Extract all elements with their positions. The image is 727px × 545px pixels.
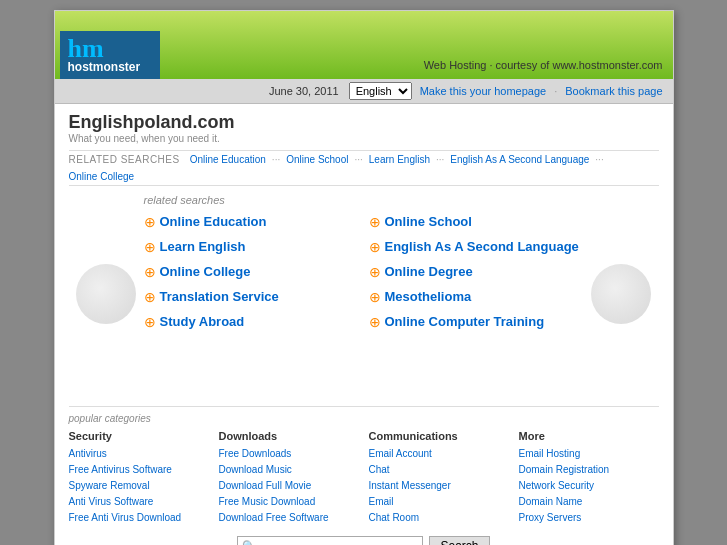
result-link-study-abroad[interactable]: Study Abroad [160,314,245,331]
make-homepage-link[interactable]: Make this your homepage [420,85,547,97]
logo-icon: hm [68,37,152,60]
result-item-english-second: ⊕ English As A Second Language [369,239,584,256]
result-link-online-computer[interactable]: Online Computer Training [385,314,545,331]
result-icon: ⊕ [144,314,156,331]
result-item-translation: ⊕ Translation Service [144,289,359,306]
result-item-online-education: ⊕ Online Education [144,214,359,231]
language-select[interactable]: English [349,82,412,100]
related-link-4[interactable]: English As A Second Language [450,154,589,165]
category-downloads-title: Downloads [219,430,359,442]
result-item-online-computer: ⊕ Online Computer Training [369,314,584,331]
related-label: RELATED SEARCHES [69,154,180,165]
popular-heading: popular categories [69,413,659,424]
category-downloads: Downloads Free Downloads Download Music … [219,430,359,526]
bookmark-link[interactable]: Bookmark this page [565,85,662,97]
cat-link-free-antivirus[interactable]: Free Antivirus Software [69,462,209,478]
category-comms-title: Communications [369,430,509,442]
cat-link-chat[interactable]: Chat [369,462,509,478]
cat-link-dl-music[interactable]: Download Music [219,462,359,478]
cat-link-free-antivirus-dl[interactable]: Free Anti Virus Download [69,510,209,526]
search-button[interactable]: Search [429,536,489,545]
site-subtitle: What you need, when you need it. [69,133,659,144]
category-security: Security Antivirus Free Antivirus Softwa… [69,430,209,526]
result-icon: ⊕ [369,289,381,306]
result-icon: ⊕ [144,214,156,231]
cat-link-antivirus-software[interactable]: Anti Virus Software [69,494,209,510]
results-heading: related searches [144,194,584,206]
hosting-text: Web Hosting · courtesy of www.hostmonste… [424,59,663,71]
cat-link-email-account[interactable]: Email Account [369,446,509,462]
cat-link-free-dl[interactable]: Free Downloads [219,446,359,462]
result-link-online-education[interactable]: Online Education [160,214,267,231]
cat-link-instant-messenger[interactable]: Instant Messenger [369,478,509,494]
site-title: Englishpoland.com [69,112,659,133]
deco-right [584,194,659,394]
result-link-translation[interactable]: Translation Service [160,289,279,306]
cat-link-email-hosting[interactable]: Email Hosting [519,446,659,462]
category-communications: Communications Email Account Chat Instan… [369,430,509,526]
result-item-online-school: ⊕ Online School [369,214,584,231]
cat-link-free-music[interactable]: Free Music Download [219,494,359,510]
result-icon: ⊕ [369,264,381,281]
category-more-title: More [519,430,659,442]
cat-link-antivirus[interactable]: Antivirus [69,446,209,462]
cat-link-email[interactable]: Email [369,494,509,510]
cat-link-domain-name[interactable]: Domain Name [519,494,659,510]
result-link-english-second[interactable]: English As A Second Language [385,239,579,256]
related-link-3[interactable]: Learn English [369,154,430,165]
related-searches-bar: RELATED SEARCHES Online Education ··· On… [69,150,659,186]
related-link-1[interactable]: Online Education [190,154,266,165]
popular-section: popular categories Security Antivirus Fr… [69,406,659,526]
result-link-learn-english[interactable]: Learn English [160,239,246,256]
cat-link-domain-reg[interactable]: Domain Registration [519,462,659,478]
cat-link-chat-room[interactable]: Chat Room [369,510,509,526]
categories-grid: Security Antivirus Free Antivirus Softwa… [69,430,659,526]
result-item-learn-english: ⊕ Learn English [144,239,359,256]
search-bar: 🔍 Search [69,536,659,545]
cat-link-dl-movie[interactable]: Download Full Movie [219,478,359,494]
result-link-online-college[interactable]: Online College [160,264,251,281]
related-link-5[interactable]: Online College [69,171,135,182]
search-input-wrap: 🔍 [237,536,423,545]
result-icon: ⊕ [144,289,156,306]
cat-link-spyware[interactable]: Spyware Removal [69,478,209,494]
result-item-study-abroad: ⊕ Study Abroad [144,314,359,331]
cat-link-dl-software[interactable]: Download Free Software [219,510,359,526]
result-icon: ⊕ [369,239,381,256]
separator: · [554,85,557,97]
cat-link-proxy[interactable]: Proxy Servers [519,510,659,526]
result-icon: ⊕ [369,214,381,231]
search-input[interactable] [258,539,418,545]
result-icon: ⊕ [369,314,381,331]
result-link-mesothelioma[interactable]: Mesothelioma [385,289,472,306]
result-item-online-college: ⊕ Online College [144,264,359,281]
result-item-online-degree: ⊕ Online Degree [369,264,584,281]
result-link-online-school[interactable]: Online School [385,214,472,231]
result-icon: ⊕ [144,264,156,281]
navbar-date: June 30, 2011 [65,85,349,97]
deco-left [69,194,144,394]
cat-link-network-security[interactable]: Network Security [519,478,659,494]
result-icon: ⊕ [144,239,156,256]
logo-text: hostmonster [68,60,152,74]
category-security-title: Security [69,430,209,442]
search-icon: 🔍 [242,540,256,546]
category-more: More Email Hosting Domain Registration N… [519,430,659,526]
result-link-online-degree[interactable]: Online Degree [385,264,473,281]
result-item-mesothelioma: ⊕ Mesothelioma [369,289,584,306]
related-link-2[interactable]: Online School [286,154,348,165]
results-grid: ⊕ Online Education ⊕ Online School ⊕ Lea… [144,214,584,330]
